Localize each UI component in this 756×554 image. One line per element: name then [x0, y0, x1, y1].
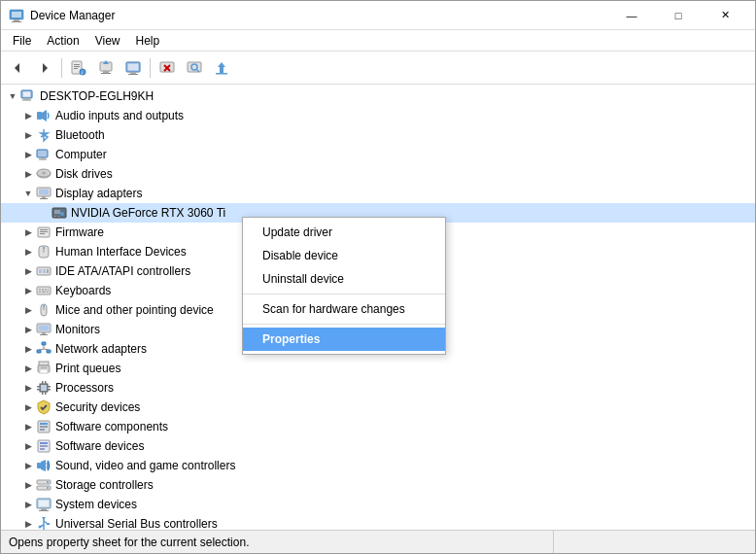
usb-expand-icon[interactable]: ▶: [20, 516, 36, 530]
title-bar-left: Device Manager: [9, 8, 115, 23]
ctx-properties[interactable]: Properties: [243, 328, 445, 351]
maximize-button[interactable]: □: [656, 1, 701, 30]
svg-rect-101: [40, 445, 48, 447]
sw-dev-expand-icon[interactable]: ▶: [20, 438, 36, 454]
menu-help[interactable]: Help: [128, 32, 168, 50]
disk-expand-icon[interactable]: ▶: [20, 166, 36, 182]
software-components-icon: [36, 419, 52, 434]
svg-marker-5: [43, 63, 48, 73]
tree-item-system[interactable]: ▶ System devices: [1, 495, 755, 514]
title-bar-title: Device Manager: [30, 9, 115, 22]
svg-rect-29: [23, 92, 30, 97]
svg-rect-17: [128, 64, 138, 70]
svg-rect-50: [40, 229, 48, 230]
svg-rect-32: [37, 112, 42, 120]
print-expand-icon[interactable]: ▶: [20, 361, 36, 376]
tree-item-processors[interactable]: ▶ Processors: [1, 378, 755, 398]
tree-item-security[interactable]: ▶ Security devices: [1, 398, 755, 417]
download-button[interactable]: [209, 55, 234, 81]
display-expand-icon[interactable]: ▼: [20, 186, 36, 201]
keyboard-expand-icon[interactable]: ▶: [20, 283, 36, 298]
root-label: DESKTOP-EGLH9KH: [40, 89, 154, 103]
software-components-label: Software components: [55, 420, 168, 433]
app-icon: [9, 8, 24, 23]
svg-point-107: [47, 481, 49, 483]
computer-sm-icon: [36, 147, 52, 162]
root-expand-icon[interactable]: ▼: [5, 88, 20, 104]
show-hidden-button[interactable]: [120, 55, 146, 81]
svg-rect-87: [42, 381, 44, 384]
tree-item-sound[interactable]: ▶ Sound, video and game controllers: [1, 456, 755, 475]
svg-rect-89: [42, 392, 44, 395]
audio-expand-icon[interactable]: ▶: [20, 108, 36, 123]
tree-item-computer[interactable]: ▶ Computer: [1, 145, 755, 164]
svg-rect-18: [130, 72, 136, 74]
status-text: Opens property sheet for the current sel…: [9, 536, 249, 549]
hid-expand-icon[interactable]: ▶: [20, 244, 36, 260]
tree-item-bluetooth[interactable]: ▶ Bluetooth: [1, 125, 755, 145]
network-expand-icon[interactable]: ▶: [20, 341, 36, 357]
uninstall-button[interactable]: [155, 55, 180, 81]
tree-item-display[interactable]: ▼ Display adapters: [1, 184, 755, 203]
mice-expand-icon[interactable]: ▶: [20, 302, 36, 318]
ctx-disable-device[interactable]: Disable device: [243, 244, 445, 267]
svg-rect-3: [12, 21, 21, 22]
svg-marker-114: [42, 517, 46, 520]
scan-hardware-button[interactable]: [182, 55, 207, 81]
svg-rect-34: [37, 150, 48, 157]
tree-item-software-components[interactable]: ▶ Software components: [1, 417, 755, 436]
ctx-scan-hardware[interactable]: Scan for hardware changes: [243, 297, 445, 321]
tree-item-usb[interactable]: ▶ Universal Serial Bus controllers: [1, 514, 755, 530]
back-button[interactable]: [5, 55, 30, 81]
security-expand-icon[interactable]: ▶: [20, 399, 36, 415]
ctx-sep-1: [243, 294, 445, 294]
bluetooth-expand-icon[interactable]: ▶: [20, 127, 36, 143]
svg-point-108: [47, 487, 49, 489]
forward-button[interactable]: [32, 55, 57, 81]
svg-rect-74: [40, 334, 48, 335]
minimize-button[interactable]: —: [609, 1, 654, 30]
monitors-label: Monitors: [55, 323, 100, 336]
monitor-icon: [36, 322, 52, 337]
sound-expand-icon[interactable]: ▶: [20, 458, 36, 473]
storage-expand-icon[interactable]: ▶: [20, 477, 36, 493]
processors-expand-icon[interactable]: ▶: [20, 380, 36, 396]
svg-rect-27: [216, 73, 227, 75]
ctx-uninstall-device[interactable]: Uninstall device: [243, 267, 445, 291]
tree-item-audio[interactable]: ▶ Audio inputs and outputs: [1, 106, 755, 125]
system-expand-icon[interactable]: ▶: [20, 497, 36, 512]
gpu-icon: [52, 205, 67, 221]
svg-point-39: [42, 172, 46, 175]
audio-icon: [36, 108, 52, 123]
sw-comp-expand-icon[interactable]: ▶: [20, 419, 36, 434]
tree-item-print[interactable]: ▶ Print queues: [1, 359, 755, 378]
svg-marker-26: [218, 62, 225, 73]
svg-rect-100: [40, 442, 48, 444]
hid-icon: [36, 244, 52, 260]
update-driver-button[interactable]: [93, 55, 119, 81]
properties-button[interactable]: i: [66, 55, 91, 81]
monitors-expand-icon[interactable]: ▶: [20, 322, 36, 337]
firmware-expand-icon[interactable]: ▶: [20, 225, 36, 240]
svg-rect-14: [101, 73, 111, 74]
menu-action[interactable]: Action: [39, 32, 86, 50]
print-label: Print queues: [55, 362, 120, 375]
ide-expand-icon[interactable]: ▶: [20, 263, 36, 279]
processors-label: Processors: [55, 381, 114, 395]
ctx-update-driver[interactable]: Update driver: [243, 221, 445, 244]
menu-view[interactable]: View: [87, 32, 128, 50]
tree-item-disk[interactable]: ▶ Disk drives: [1, 164, 755, 184]
svg-point-118: [39, 526, 42, 529]
tree-item-storage[interactable]: ▶ Storage controllers: [1, 475, 755, 495]
mice-label: Mice and other pointing device: [55, 303, 214, 317]
tree-item-software-devices[interactable]: ▶ Software devices: [1, 436, 755, 456]
svg-rect-98: [40, 429, 45, 431]
tree-root[interactable]: ▼ DESKTOP-EGLH9KH: [1, 87, 755, 106]
computer-expand-icon[interactable]: ▶: [20, 147, 36, 162]
nvidia-label: NVIDIA GeForce RTX 3060 Ti: [71, 206, 225, 220]
menu-file[interactable]: File: [5, 32, 39, 50]
tree-panel[interactable]: ▼ DESKTOP-EGLH9KH ▶: [1, 85, 755, 530]
sound-icon: [36, 458, 52, 473]
close-button[interactable]: ✕: [703, 1, 747, 30]
svg-rect-102: [40, 448, 45, 450]
